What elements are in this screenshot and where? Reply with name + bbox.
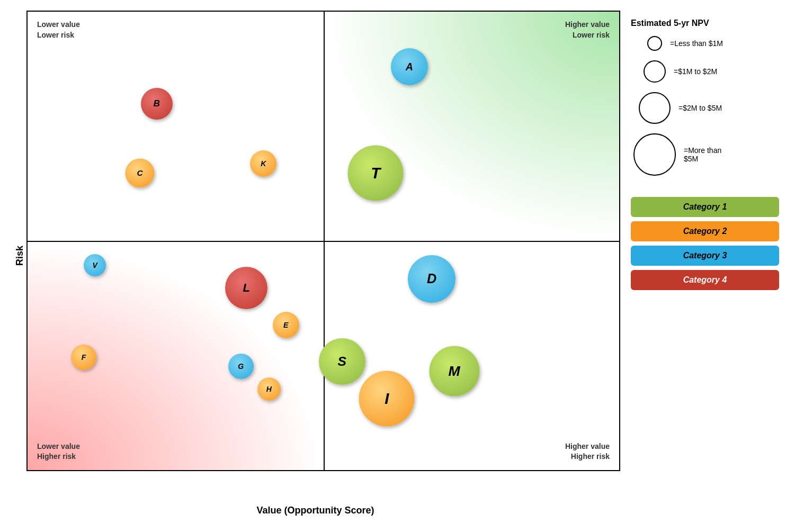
quad-label-bottom-right: Higher valueHigher risk [565, 441, 610, 462]
npv-circle-0 [647, 36, 662, 51]
npv-legend-title: Estimated 5-yr NPV [631, 19, 779, 28]
quad-label-top-left: Lower valueLower risk [37, 20, 80, 40]
npv-item-3: =More than$5M [631, 133, 779, 176]
quad-label-bottom-left: Lower valueHigher risk [37, 441, 80, 462]
npv-item-2: =$2M to $5M [631, 92, 779, 124]
npv-circle-1 [644, 60, 666, 83]
quad-label-top-right: Higher valueLower risk [565, 20, 610, 40]
category-item-0: Category 1 [631, 197, 779, 217]
bubble-a: A [391, 48, 428, 85]
bubble-h: H [257, 377, 281, 401]
npv-legend: =Less than $1M=$1M to $2M=$2M to $5M=Mor… [631, 36, 779, 176]
top-right-gradient [324, 12, 620, 241]
chart-plot: Lower valueLower risk Higher valueLower … [26, 11, 620, 471]
npv-circle-3 [633, 133, 676, 176]
bubble-c: C [126, 158, 155, 187]
bubble-v: V [84, 254, 106, 276]
chart-area: Risk Lower valueLower risk Higher valueL… [11, 11, 620, 516]
npv-label-2: =$2M to $5M [678, 104, 722, 112]
npv-item-0: =Less than $1M [631, 36, 779, 51]
npv-circle-2 [639, 92, 671, 124]
bubble-f: F [71, 345, 96, 370]
category-legend: Category 1Category 2Category 3Category 4 [631, 197, 779, 290]
y-axis-label: Risk [11, 11, 26, 501]
npv-item-1: =$1M to $2M [631, 60, 779, 83]
bubble-i: I [359, 371, 415, 426]
bubble-s: S [319, 338, 365, 385]
npv-label-1: =$1M to $2M [674, 67, 717, 76]
chart-with-y-label: Risk Lower valueLower risk Higher valueL… [11, 11, 620, 501]
category-item-3: Category 4 [631, 270, 779, 290]
bubble-d: D [408, 255, 455, 303]
bubble-m: M [429, 346, 479, 396]
bubble-b: B [141, 88, 173, 120]
bubble-t: T [348, 145, 404, 201]
vertical-axis [324, 12, 325, 470]
main-container: Risk Lower valueLower risk Higher valueL… [0, 0, 795, 532]
category-item-2: Category 3 [631, 246, 779, 266]
npv-label-0: =Less than $1M [670, 39, 723, 48]
x-axis-label: Value (Opportunity Score) [11, 505, 620, 516]
category-item-1: Category 2 [631, 221, 779, 241]
npv-label-3: =More than$5M [684, 146, 721, 163]
bubble-g: G [228, 354, 254, 379]
bubble-l: L [225, 267, 267, 309]
bubble-e: E [273, 312, 299, 338]
legend-area: Estimated 5-yr NPV =Less than $1M=$1M to… [620, 11, 790, 516]
bubble-k: K [250, 150, 276, 177]
